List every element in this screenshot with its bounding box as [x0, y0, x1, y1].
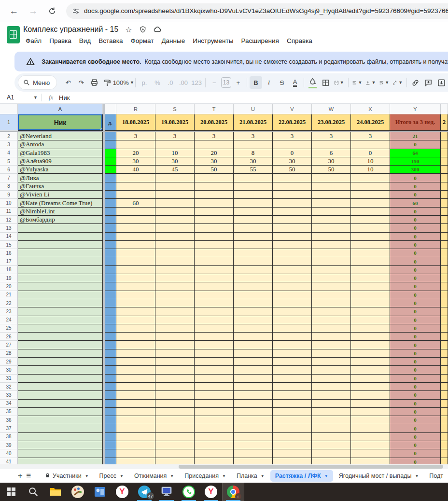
cell-value[interactable] — [195, 449, 234, 458]
cell-value[interactable] — [195, 182, 234, 191]
cell-value[interactable] — [116, 441, 155, 449]
taskbar-search-icon[interactable] — [22, 483, 44, 501]
sheets-logo-icon[interactable] — [7, 26, 20, 43]
font-size-input[interactable]: 13 — [221, 77, 232, 88]
cell-value[interactable] — [273, 424, 312, 432]
cloud-status-icon[interactable] — [153, 25, 162, 34]
cell-total-38[interactable]: 0 — [390, 433, 441, 441]
cell-value[interactable] — [195, 199, 234, 207]
cell-value[interactable]: 3 — [312, 132, 351, 140]
cell-value[interactable] — [116, 291, 155, 299]
row-header-7[interactable]: 7 — [0, 174, 18, 182]
cell-z-sliver[interactable] — [441, 424, 448, 432]
cell-value[interactable] — [273, 291, 312, 299]
cell-value[interactable] — [116, 233, 155, 241]
row-header-13[interactable]: 13 — [0, 224, 18, 232]
horizontal-scrollbar[interactable] — [0, 464, 448, 469]
row-header-30[interactable]: 30 — [0, 366, 18, 374]
cell-z-sliver[interactable] — [441, 433, 448, 441]
cell-total-30[interactable]: 0 — [390, 366, 441, 374]
row-header-31[interactable]: 31 — [0, 375, 18, 383]
row-header-8[interactable]: 8 — [0, 182, 18, 191]
cell-value[interactable] — [116, 274, 155, 282]
cell-value[interactable]: 30 — [116, 157, 155, 166]
cell-value[interactable] — [195, 274, 234, 282]
cell-value[interactable]: 3 — [116, 132, 155, 140]
cell-value[interactable] — [351, 199, 390, 207]
row-header-37[interactable]: 37 — [0, 424, 18, 432]
cell-value[interactable] — [351, 182, 390, 191]
cell-value[interactable]: 50 — [312, 166, 351, 174]
cell-value[interactable] — [234, 140, 273, 149]
cell-value[interactable] — [273, 191, 312, 199]
cell-status-22[interactable] — [105, 299, 116, 307]
cell-status-16[interactable] — [105, 249, 116, 257]
cell-status-3[interactable] — [105, 140, 116, 149]
cell-value[interactable] — [116, 307, 155, 316]
insert-link-button[interactable] — [409, 76, 422, 89]
cell-status-11[interactable] — [105, 208, 116, 216]
cell-value[interactable] — [234, 375, 273, 383]
cell-value[interactable] — [312, 174, 351, 182]
cell-value[interactable] — [273, 266, 312, 274]
cell-value[interactable] — [312, 307, 351, 316]
cell-value[interactable] — [234, 174, 273, 182]
row-header-36[interactable]: 36 — [0, 416, 18, 424]
menu-Расширения[interactable]: Расширения — [238, 36, 282, 46]
row-header-6[interactable]: 6 — [0, 166, 18, 174]
cell-value[interactable] — [351, 408, 390, 416]
row-header-21[interactable]: 21 — [0, 291, 18, 299]
cell-value[interactable] — [273, 199, 312, 207]
cell-value[interactable] — [312, 257, 351, 265]
cell-name-38[interactable] — [18, 433, 103, 441]
cell-value[interactable] — [155, 349, 195, 358]
cell-name-13[interactable] — [18, 224, 103, 232]
cell-z-sliver[interactable] — [441, 383, 448, 391]
row-header-24[interactable]: 24 — [0, 316, 18, 324]
cell-z-sliver[interactable] — [441, 324, 448, 333]
cell-value[interactable] — [155, 333, 195, 341]
cell-z-sliver[interactable] — [441, 307, 448, 316]
cell-value[interactable] — [351, 424, 390, 432]
cell-value[interactable] — [195, 140, 234, 149]
cell-total-39[interactable]: 0 — [390, 441, 441, 449]
cell-total-41[interactable]: 0 — [390, 458, 441, 464]
cell-z-sliver[interactable] — [441, 174, 448, 182]
cell-value[interactable] — [116, 299, 155, 307]
cell-status-37[interactable] — [105, 424, 116, 432]
row-header-12[interactable]: 12 — [0, 216, 18, 224]
cell-value[interactable] — [351, 291, 390, 299]
cell-value[interactable] — [195, 333, 234, 341]
horizontal-align-button[interactable]: ▼ — [350, 76, 364, 89]
cell-status-41[interactable] — [105, 458, 116, 464]
address-bar[interactable]: docs.google.com/spreadsheets/d/1BXkqixwh… — [66, 3, 448, 19]
cell-name-34[interactable] — [18, 400, 103, 408]
cell-name-41[interactable] — [18, 458, 103, 464]
cell-value[interactable]: 30 — [155, 157, 195, 166]
cell-value[interactable] — [273, 416, 312, 424]
sheet-tab-Растяжка / ЛФК[interactable]: Растяжка / ЛФК▼ — [270, 470, 333, 482]
cell-value[interactable] — [155, 458, 195, 464]
cell-name-31[interactable] — [18, 375, 103, 383]
cell-value[interactable] — [155, 291, 195, 299]
column-header-U[interactable]: U — [234, 104, 273, 114]
column-header-A[interactable]: A — [18, 104, 103, 114]
cell-value[interactable] — [195, 224, 234, 232]
strikethrough-button[interactable]: S — [276, 76, 288, 89]
cell-status-40[interactable] — [105, 449, 116, 458]
cell-value[interactable] — [351, 224, 390, 232]
cell-value[interactable] — [195, 174, 234, 182]
cell-name-20[interactable] — [18, 282, 103, 291]
cell-value[interactable] — [116, 191, 155, 199]
cell-value[interactable] — [273, 224, 312, 232]
cell-value[interactable] — [312, 375, 351, 383]
cell-value[interactable] — [155, 375, 195, 383]
cell-z-sliver[interactable] — [441, 316, 448, 324]
cell-value[interactable] — [155, 416, 195, 424]
menu-Данные[interactable]: Данные — [158, 36, 188, 46]
cell-value[interactable] — [312, 233, 351, 241]
cell-total-23[interactable]: 0 — [390, 307, 441, 316]
cell-value[interactable] — [273, 182, 312, 191]
cell-value[interactable] — [234, 249, 273, 257]
cell-value[interactable] — [234, 316, 273, 324]
